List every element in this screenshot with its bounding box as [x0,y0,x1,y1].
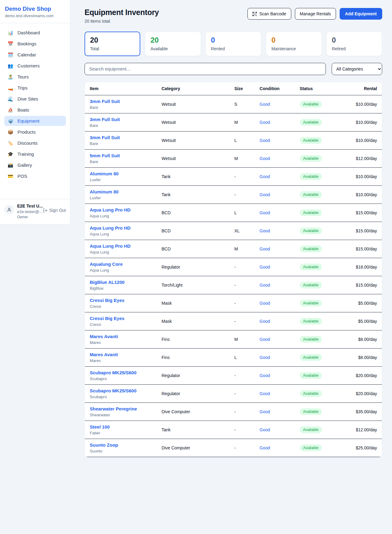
sidebar-item-tours[interactable]: 🏝️ Tours [4,72,66,82]
condition-link[interactable]: Good [260,391,270,396]
status-badge: Available [300,137,322,144]
rental-price: $12.00/day [342,421,382,439]
item-category: Dive Computer [159,402,232,421]
item-name-link[interactable]: Mares Avanti [90,334,157,339]
stat-card-maintenance[interactable]: 0 Maintenance [266,32,322,56]
rental-price: $10.00/day [342,167,382,185]
item-name-link[interactable]: Aqualung Core [90,261,157,267]
column-header-condition: Condition [257,82,297,95]
scan-barcode-button[interactable]: Scan Barcode [247,8,291,20]
condition-link[interactable]: Good [260,228,270,233]
sidebar-item-equipment[interactable]: 🤿 Equipment [4,116,66,126]
condition-link[interactable]: Good [260,174,270,179]
condition-link[interactable]: Good [260,210,270,215]
sidebar-item-trips[interactable]: 🚤 Trips [4,83,66,93]
item-name-link[interactable]: Aqua Lung Pro HD [90,225,157,231]
condition-link[interactable]: Good [260,283,270,288]
add-equipment-button[interactable]: Add Equipment [340,8,382,20]
manage-rentals-button[interactable]: Manage Rentals [295,8,336,20]
item-brand: Aqua Lung [90,214,157,218]
column-header-item: Item [85,82,159,95]
sidebar-item-label: Tours [17,74,29,79]
table-row: Suunto Zoop Suunto Dive Computer - Good … [85,439,382,457]
condition-link[interactable]: Good [260,445,270,450]
item-name-link[interactable]: Aluminum 80 [90,171,157,176]
sidebar-item-discounts[interactable]: 🏷️ Discounts [4,138,66,148]
sidebar-item-bookings[interactable]: 📅 Bookings [4,39,66,49]
status-badge: Available [300,173,322,180]
sidebar-item-dashboard[interactable]: 📊 Dashboard [4,28,66,38]
item-size: - [232,421,257,439]
item-brand: Cressi [90,304,157,309]
item-brand: Bare [90,123,157,128]
item-name-link[interactable]: 3mm Full Suit [90,117,157,122]
stat-card-retired[interactable]: 0 Retired [326,32,382,56]
item-name-link[interactable]: Scubapro MK25/S600 [90,388,157,393]
item-name-link[interactable]: BigBlue AL1200 [90,280,157,285]
item-name-link[interactable]: Cressi Big Eyes [90,298,157,303]
sidebar-item-gallery[interactable]: 📸 Gallery [4,160,66,170]
condition-link[interactable]: Good [260,319,270,324]
item-size: M [232,330,257,348]
filter-row: All Categories [85,63,382,75]
item-size: XL [232,222,257,240]
condition-link[interactable]: Good [260,102,270,107]
sidebar-item-boats[interactable]: ⛵ Boats [4,105,66,115]
item-category: Fins [159,330,232,348]
stat-card-available[interactable]: 20 Available [145,32,201,56]
item-name-link[interactable]: 5mm Full Suit [90,153,157,158]
item-category: Mask [159,312,232,330]
item-category: Mask [159,294,232,312]
stat-card-rented[interactable]: 0 Rented [205,32,261,56]
page-header: Equipment Inventory 20 items total Scan … [85,8,382,24]
condition-link[interactable]: Good [260,337,270,342]
sidebar-item-training[interactable]: 🎓 Training [4,149,66,159]
sidebar-item-pos[interactable]: 💳 POS [4,171,66,181]
item-name-link[interactable]: Aluminum 80 [90,189,157,194]
status-badge: Available [300,300,322,307]
table-row: Cressi Big Eyes Cressi Mask - Good Avail… [85,294,382,312]
item-name-link[interactable]: Mares Avanti [90,352,157,357]
condition-link[interactable]: Good [260,409,270,414]
condition-link[interactable]: Good [260,156,270,161]
item-name-link[interactable]: Aqua Lung Pro HD [90,243,157,249]
item-category: Wetsuit [159,113,232,131]
item-name-link[interactable]: Steel 100 [90,424,157,429]
item-category: Torch/Light [159,276,232,294]
item-category: BCD [159,222,232,240]
sidebar-item-customers[interactable]: 👥 Customers [4,61,66,71]
item-name-link[interactable]: 3mm Full Suit [90,99,157,104]
rental-price: $35.00/day [342,402,382,421]
item-name-link[interactable]: Suunto Zoop [90,442,157,448]
category-select[interactable]: All Categories [332,63,382,75]
condition-link[interactable]: Good [260,246,270,251]
table-row: 3mm Full Suit Bare Wetsuit S Good Availa… [85,95,382,113]
search-input[interactable] [85,63,326,75]
sidebar-item-products[interactable]: 📦 Products [4,127,66,137]
condition-link[interactable]: Good [260,373,270,378]
item-name-link[interactable]: Shearwater Peregrine [90,406,157,411]
condition-link[interactable]: Good [260,265,270,269]
condition-link[interactable]: Good [260,355,270,360]
condition-link[interactable]: Good [260,427,270,432]
stat-value: 0 [211,36,256,45]
stat-value: 20 [150,36,195,45]
rental-price: $5.00/day [342,312,382,330]
item-name-link[interactable]: Cressi Big Eyes [90,316,157,321]
item-size: L [232,348,257,366]
item-size: M [232,240,257,258]
sidebar-item-dive-sites[interactable]: 🌊 Dive Sites [4,94,66,104]
sidebar-item-label: Dive Sites [17,96,38,101]
sign-out-button[interactable]: Sign Out [43,208,66,213]
condition-link[interactable]: Good [260,192,270,197]
item-name-link[interactable]: Aqua Lung Pro HD [90,207,157,212]
sidebar-item-label: Trips [17,85,28,90]
condition-link[interactable]: Good [260,138,270,143]
condition-link[interactable]: Good [260,301,270,306]
sidebar-item-calendar[interactable]: 🗓️ Calendar [4,50,66,60]
item-name-link[interactable]: Scubapro MK25/S600 [90,370,157,375]
stat-card-total[interactable]: 20 Total [85,32,140,56]
condition-link[interactable]: Good [260,120,270,125]
item-name-link[interactable]: 3mm Full Suit [90,135,157,140]
table-body: 3mm Full Suit Bare Wetsuit S Good Availa… [85,95,382,457]
